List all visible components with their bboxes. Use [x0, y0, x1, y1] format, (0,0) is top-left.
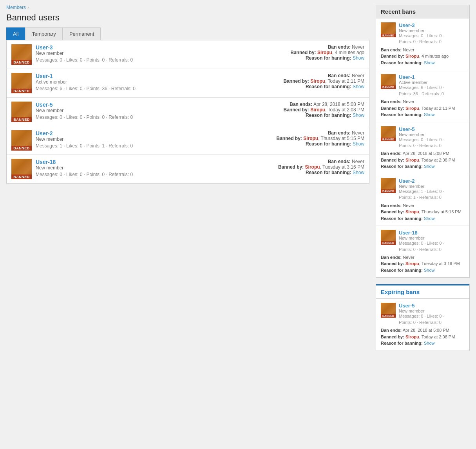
sidebar-ban-meta: Ban ends: Apr 28, 2018 at 5:08 PM Banned… — [381, 327, 465, 347]
sidebar-show-reason-link[interactable]: Show — [424, 216, 435, 221]
sidebar-user-info: User-5 New member Messages: 0 · Likes: 0… — [399, 303, 465, 325]
reason-for-banning: Reason for banning: Show — [278, 170, 364, 175]
sidebar-user-name-link[interactable]: User-2 — [399, 178, 465, 184]
show-reason-link[interactable]: Show — [353, 113, 364, 118]
sidebar-banned-by-link[interactable]: Siropu — [405, 334, 419, 339]
banned-by-link[interactable]: Siropu — [303, 136, 318, 141]
sidebar-user-name-link[interactable]: User-1 — [399, 74, 465, 80]
breadcrumb-members-link[interactable]: Members — [6, 5, 26, 10]
sidebar-avatar: BANNED — [381, 230, 396, 245]
sidebar-banned-label: BANNED — [381, 34, 396, 37]
recent-bans-title: Recent bans — [376, 5, 469, 18]
sidebar-banned-by: Banned by: Siropu, 4 minutes ago — [381, 53, 465, 60]
sidebar-user-name-link[interactable]: User-5 — [399, 303, 465, 309]
ban-info: User-1 Active member Messages: 6 · Likes… — [36, 73, 279, 91]
expiring-bans-title: Expiring bans — [376, 284, 469, 299]
sidebar-user-stats: Messages: 1 · Likes: 0 · Points: 1 · Ref… — [399, 189, 465, 201]
banned-by-link[interactable]: Siropu — [310, 107, 325, 113]
sidebar-user-stats: Messages: 0 · Likes: 0 · Points: 0 · Ref… — [399, 137, 465, 149]
sidebar-reason: Reason for banning: Show — [381, 215, 465, 222]
sidebar-banned-label: BANNED — [381, 314, 396, 318]
sidebar-avatar: BANNED — [381, 126, 396, 141]
sidebar-show-reason-link[interactable]: Show — [424, 112, 435, 117]
sidebar-ban-ends: Ban ends: Never — [381, 254, 465, 261]
banned-by: Banned by: Siropu, Today at 2:08 PM — [283, 107, 364, 113]
ban-ends: Ban ends: Never — [276, 130, 364, 136]
sidebar-show-reason-link[interactable]: Show — [424, 268, 435, 273]
banned-by: Banned by: Siropu, Today at 2:11 PM — [283, 78, 364, 84]
sidebar-show-reason-link[interactable]: Show — [424, 60, 435, 65]
banned-by-link[interactable]: Siropu — [317, 50, 332, 55]
avatar: BANNED — [11, 130, 32, 151]
breadcrumb: Members › — [6, 5, 369, 10]
show-reason-link[interactable]: Show — [353, 141, 364, 147]
tab-temporary[interactable]: Temporary — [25, 27, 62, 40]
sidebar-ban-meta: Ban ends: Never Banned by: Siropu, Tuesd… — [381, 254, 465, 274]
sidebar-user-stats: Messages: 0 · Likes: 0 · Points: 0 · Ref… — [399, 313, 465, 325]
user-stats: Messages: 6 · Likes: 0 · Points: 36 · Re… — [36, 86, 279, 91]
tab-all[interactable]: All — [6, 27, 25, 40]
messages-label: Messages: 6 — [36, 86, 62, 91]
banned-by-link[interactable]: Siropu — [305, 164, 320, 170]
avatar: BANNED — [11, 102, 32, 122]
sidebar-reason: Reason for banning: Show — [381, 267, 465, 274]
banned-label: BANNED — [11, 117, 32, 122]
ban-meta: Ban ends: Never Banned by: Siropu, Thurs… — [276, 130, 364, 147]
reason-for-banning: Reason for banning: Show — [276, 141, 364, 147]
ban-ends: Ban ends: Never — [278, 159, 364, 164]
show-reason-link[interactable]: Show — [353, 170, 364, 175]
user-role: New member — [36, 136, 272, 142]
sidebar-user-name-link[interactable]: User-5 — [399, 126, 465, 132]
sidebar-ban-item: BANNED User-1 Active member Messages: 6 … — [376, 70, 469, 122]
sidebar-user-stats: Messages: 6 · Likes: 0 · Points: 36 · Re… — [399, 85, 465, 97]
sidebar-user-name-link[interactable]: User-3 — [399, 22, 465, 28]
sidebar-user-name-link[interactable]: User-18 — [399, 230, 465, 236]
show-reason-link[interactable]: Show — [353, 55, 364, 61]
user-name-link[interactable]: User-2 — [36, 130, 53, 136]
sidebar-user-role: New member — [399, 236, 465, 240]
sidebar-ban-item: BANNED User-5 New member Messages: 0 · L… — [376, 299, 469, 350]
sidebar-avatar: BANNED — [381, 303, 396, 318]
sidebar-banned-by-link[interactable]: Siropu — [405, 158, 419, 162]
sidebar-show-reason-link[interactable]: Show — [424, 341, 435, 345]
sidebar-banned-by-link[interactable]: Siropu — [405, 209, 419, 214]
sidebar-banned-by-link[interactable]: Siropu — [405, 261, 419, 266]
points-label: Points: 0 — [86, 57, 105, 63]
sidebar-user-role: New member — [399, 184, 465, 189]
sidebar-banned-label: BANNED — [381, 138, 396, 141]
sidebar-ban-item: BANNED User-5 New member Messages: 0 · L… — [376, 122, 469, 174]
likes-label: Likes: 0 — [66, 86, 82, 91]
tab-permanent[interactable]: Permanent — [63, 27, 101, 40]
ban-list-item: BANNED User-1 Active member Messages: 6 … — [7, 69, 369, 98]
messages-label: Messages: 0 — [36, 115, 62, 120]
sidebar-user-row: BANNED User-5 New member Messages: 0 · L… — [381, 303, 465, 325]
sidebar-user-role: New member — [399, 28, 465, 33]
banned-by-link[interactable]: Siropu — [310, 78, 325, 84]
referrals-label: Referrals: 0 — [109, 57, 133, 63]
points-label: Points: 36 — [86, 86, 107, 91]
sidebar-show-reason-link[interactable]: Show — [424, 164, 435, 169]
sidebar: Recent bans BANNED User-3 New member Mes… — [376, 5, 470, 357]
sidebar-banned-by: Banned by: Siropu, Tuesday at 3:16 PM — [381, 260, 465, 267]
sidebar-user-role: Active member — [399, 80, 465, 85]
banned-by: Banned by: Siropu, 4 minutes ago — [290, 50, 364, 55]
sidebar-ban-item: BANNED User-2 New member Messages: 1 · L… — [376, 174, 469, 226]
user-stats: Messages: 0 · Likes: 0 · Points: 0 · Ref… — [36, 172, 274, 177]
ban-ends: Ban ends: Never — [290, 44, 364, 50]
ban-ends: Ban ends: Apr 28, 2018 at 5:08 PM — [283, 102, 364, 107]
sidebar-user-row: BANNED User-18 New member Messages: 0 · … — [381, 230, 465, 253]
user-name-link[interactable]: User-18 — [36, 159, 56, 165]
points-label: Points: 0 — [86, 172, 105, 177]
sidebar-banned-by-link[interactable]: Siropu — [405, 54, 419, 58]
user-name-link[interactable]: User-1 — [36, 73, 53, 79]
user-name-link[interactable]: User-5 — [36, 102, 53, 108]
referrals-label: Referrals: 0 — [109, 172, 133, 177]
banned-label: BANNED — [11, 175, 32, 179]
recent-bans-box: Recent bans BANNED User-3 New member Mes… — [376, 5, 470, 278]
sidebar-user-stats: Messages: 0 · Likes: 0 · Points: 0 · Ref… — [399, 33, 465, 45]
sidebar-user-info: User-5 New member Messages: 0 · Likes: 0… — [399, 126, 465, 149]
show-reason-link[interactable]: Show — [353, 84, 364, 89]
sidebar-banned-by-link[interactable]: Siropu — [405, 106, 419, 111]
reason-for-banning: Reason for banning: Show — [290, 55, 364, 61]
user-name-link[interactable]: User-3 — [36, 44, 53, 51]
